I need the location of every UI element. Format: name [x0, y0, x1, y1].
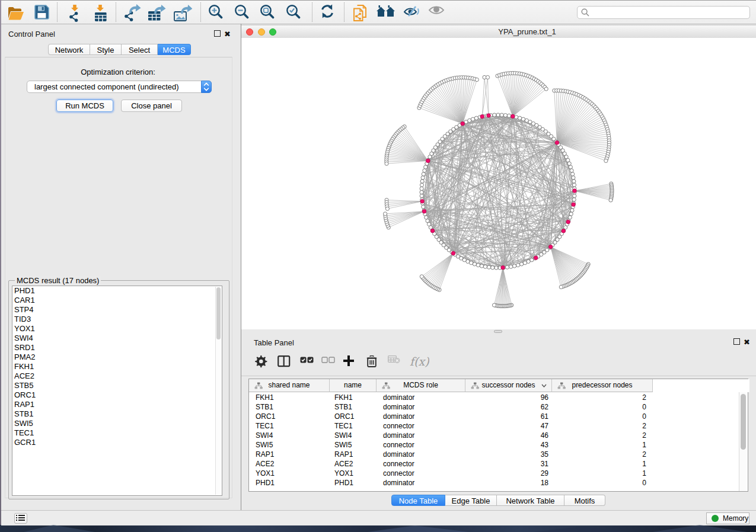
column-header-predecessor-nodes[interactable]: predecessor nodes — [552, 379, 653, 392]
import-network-icon[interactable] — [66, 4, 83, 24]
column-header-name[interactable]: name — [330, 379, 377, 392]
control-panel-tabs: NetworkStyleSelectMCDS — [48, 44, 191, 55]
control-panel-float-icon[interactable] — [214, 30, 221, 37]
show-panel-icon[interactable] — [428, 4, 445, 18]
cell-shared-name: SWI4 — [256, 431, 273, 440]
table-scrollbar-thumb[interactable] — [741, 394, 746, 450]
memory-button[interactable]: Memory — [706, 512, 749, 524]
zoom-selected-icon[interactable] — [286, 4, 301, 21]
export-document-icon[interactable] — [352, 4, 369, 25]
toolbar-separator — [344, 2, 344, 22]
toolbar-separator — [57, 2, 58, 22]
mcds-result-item[interactable]: YOX1 — [12, 324, 222, 334]
network-nodes[interactable] — [384, 71, 614, 308]
close-panel-button[interactable]: Close panel — [121, 100, 182, 112]
mcds-result-item[interactable]: SWI4 — [12, 334, 222, 343]
node-table: shared namename MCDS role successor node… — [248, 379, 748, 492]
mcds-result-item[interactable]: GCR1 — [12, 438, 222, 447]
control-tab-style[interactable]: Style — [90, 44, 122, 55]
cell-successor-nodes: 43 — [465, 440, 548, 450]
mcds-result-item[interactable]: CAR1 — [12, 296, 222, 305]
control-panel-close-icon[interactable]: ✖ — [224, 31, 231, 37]
mcds-result-item[interactable]: FKH1 — [12, 362, 222, 371]
run-mcds-button[interactable]: Run MCDS — [56, 100, 113, 112]
mcds-result-item[interactable]: STB1 — [12, 409, 222, 419]
control-tab-network[interactable]: Network — [48, 44, 90, 55]
memory-status-dot-icon — [712, 515, 719, 522]
table-row-FKH1[interactable]: FKH1 FKH1 dominator 96 2 — [249, 393, 749, 402]
mcds-list-scrollbar[interactable] — [215, 287, 221, 495]
control-tab-select[interactable]: Select — [122, 44, 158, 55]
table-settings-gear-icon[interactable] — [255, 355, 268, 371]
mcds-result-item[interactable]: STB5 — [12, 381, 222, 390]
cell-predecessor-nodes: 1 — [552, 469, 646, 478]
cell-name: ACE2 — [334, 459, 353, 469]
table-row-YOX1[interactable]: YOX1 YOX1 connector 29 1 — [249, 469, 749, 478]
cell-shared-name: RAP1 — [256, 450, 274, 459]
show-columns-icon[interactable] — [277, 355, 291, 370]
table-row-SWI4[interactable]: SWI4 SWI4 dominator 46 2 — [249, 431, 749, 440]
unselect-all-icon[interactable] — [321, 355, 335, 366]
control-tab-mcds[interactable]: MCDS — [158, 44, 191, 55]
mcds-result-item[interactable]: TID3 — [12, 315, 222, 324]
cell-mcds-role: connector — [383, 440, 414, 450]
mcds-result-item[interactable]: ORC1 — [12, 390, 222, 400]
network-window-titlebar[interactable]: YPA_prune.txt_1 — [241, 25, 756, 39]
mcds-result-item[interactable]: PHD1 — [12, 286, 222, 296]
export-table-icon[interactable] — [147, 4, 166, 25]
zoom-fit-icon[interactable] — [260, 4, 275, 21]
mcds-result-list[interactable]: PHD1CAR1STP4TID3YOX1SWI4SRD1PMA2FKH1ACE2… — [12, 286, 222, 496]
column-header-MCDS-role[interactable]: MCDS role — [377, 379, 465, 392]
delete-column-icon[interactable] — [366, 355, 377, 370]
create-column-icon[interactable] — [343, 355, 354, 368]
cell-name: YOX1 — [334, 469, 353, 478]
column-header-label: shared name — [249, 381, 329, 389]
mcds-result-item[interactable]: SRD1 — [12, 343, 222, 352]
table-row-RAP1[interactable]: RAP1 RAP1 dominator 35 2 — [249, 450, 749, 459]
optimization-criterion-select[interactable]: largest connected component (undirected) — [27, 81, 212, 93]
mcds-result-item[interactable]: TEC1 — [12, 428, 222, 438]
mcds-result-item[interactable]: RAP1 — [12, 400, 222, 409]
save-session-icon[interactable] — [34, 4, 50, 23]
open-file-icon[interactable] — [7, 4, 25, 24]
cell-mcds-role: dominator — [383, 412, 414, 421]
hide-panel-icon[interactable] — [403, 4, 420, 20]
table-row-ACE2[interactable]: ACE2 ACE2 connector 31 1 — [249, 459, 749, 469]
table-panel-float-icon[interactable] — [733, 338, 740, 345]
network-canvas[interactable] — [241, 38, 756, 329]
splitter-grip[interactable] — [494, 330, 502, 333]
import-table-icon[interactable] — [92, 4, 109, 24]
mcds-result-item[interactable]: SWI5 — [12, 419, 222, 428]
table-tab-edge-table[interactable]: Edge Table — [445, 495, 497, 506]
table-tab-network-table[interactable]: Network Table — [497, 495, 564, 506]
zoom-out-icon[interactable] — [234, 4, 249, 21]
search-input[interactable] — [577, 6, 750, 19]
column-header-shared-name[interactable]: shared name — [249, 379, 330, 392]
table-tab-motifs[interactable]: Motifs — [564, 495, 605, 506]
optimization-criterion-label: Optimization criterion: — [0, 68, 236, 76]
table-row-PHD1[interactable]: PHD1 PHD1 dominator 18 0 — [249, 478, 749, 488]
export-image-icon[interactable] — [173, 4, 192, 25]
table-row-TEC1[interactable]: TEC1 TEC1 connector 47 2 — [249, 421, 749, 431]
mcds-result-item[interactable]: ACE2 — [12, 371, 222, 381]
mcds-result-item[interactable]: PMA2 — [12, 352, 222, 362]
mcds-result-item[interactable]: STP4 — [12, 305, 222, 315]
table-row-SWI5[interactable]: SWI5 SWI5 connector 43 1 — [249, 440, 749, 450]
zoom-in-icon[interactable] — [208, 4, 223, 21]
status-menu-button[interactable] — [14, 513, 27, 524]
column-header-successor-nodes[interactable]: successor nodes — [465, 379, 552, 392]
column-header-label: name — [330, 381, 376, 389]
table-row-ORC1[interactable]: ORC1 ORC1 dominator 61 0 — [249, 412, 749, 421]
table-tab-node-table[interactable]: Node Table — [391, 495, 445, 506]
select-all-icon[interactable] — [300, 355, 314, 366]
table-scrollbar[interactable] — [739, 392, 747, 491]
table-panel-close-icon[interactable]: ✖ — [744, 339, 750, 345]
function-builder-icon: f(x) — [409, 355, 429, 371]
export-network-icon[interactable] — [123, 4, 141, 24]
refresh-icon[interactable] — [320, 4, 335, 21]
table-row-STB1[interactable]: STB1 STB1 dominator 62 0 — [249, 402, 749, 412]
select-stepper-icon[interactable] — [201, 81, 212, 93]
network-overview-icon[interactable] — [376, 4, 395, 20]
mcds-list-scrollbar-thumb[interactable] — [216, 287, 221, 339]
cell-successor-nodes: 35 — [465, 450, 548, 459]
